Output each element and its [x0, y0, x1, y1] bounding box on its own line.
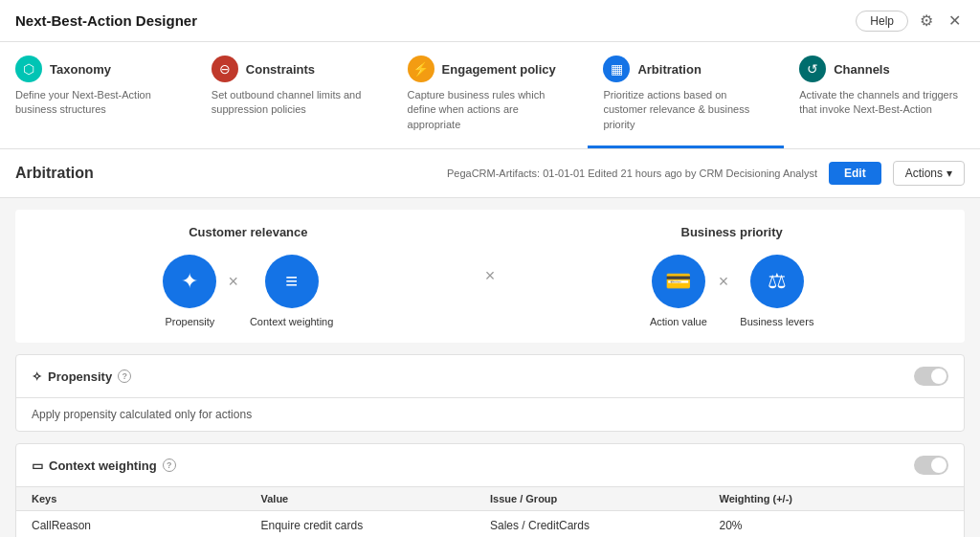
- table-row: CallReason Enquire credit cards Sales / …: [16, 511, 964, 537]
- app-title: Next-Best-Action Designer: [15, 12, 197, 29]
- title-bar: Next-Best-Action Designer Help ⚙ ✕: [0, 0, 980, 42]
- section-title: Arbitration: [15, 165, 94, 182]
- row-value: Enquire credit cards: [261, 519, 491, 532]
- business-priority-label: Business priority: [681, 225, 783, 239]
- channels-title: Channels: [834, 62, 890, 77]
- nav-card-constraints[interactable]: ⊖ Constraints Set outbound channel limit…: [196, 42, 392, 148]
- help-button[interactable]: Help: [856, 11, 908, 32]
- edit-button[interactable]: Edit: [829, 162, 881, 185]
- customer-relevance-group: Customer relevance ✦ Propensity × ≡ Cont…: [31, 225, 466, 327]
- propensity-body: Apply propensity calculated only for act…: [16, 398, 964, 431]
- context-weighting-header: ▭ Context weighting ?: [16, 444, 964, 487]
- chevron-down-icon: ▾: [947, 167, 952, 180]
- propensity-section: ✧ Propensity ? Apply propensity calculat…: [15, 354, 965, 432]
- section-header: Arbitration PegaCRM-Artifacts: 01-01-01 …: [0, 149, 980, 198]
- nav-card-taxonomy[interactable]: ⬡ Taxonomy Define your Next-Best-Action …: [0, 42, 196, 148]
- taxonomy-icon: ⬡: [15, 56, 42, 82]
- row-weighting: 20%: [720, 519, 949, 532]
- business-priority-group: Business priority 💳 Action value × ⚖ Bus…: [514, 225, 949, 327]
- context-weighting-item: ≡ Context weighting: [250, 255, 333, 327]
- propensity-label: Propensity: [165, 316, 214, 327]
- engagement-icon: ⚡: [408, 56, 434, 82]
- formula-items-right: 💳 Action value × ⚖ Business levers: [650, 255, 814, 327]
- multiply-icon-3: ×: [719, 272, 729, 292]
- propensity-item: ✦ Propensity: [163, 255, 216, 327]
- meta-text: PegaCRM-Artifacts: 01-01-01 Edited 21 ho…: [447, 168, 817, 179]
- multiply-icon-1: ×: [228, 272, 238, 292]
- customer-relevance-label: Customer relevance: [189, 225, 307, 239]
- context-weighting-section-title: ▭ Context weighting ?: [32, 459, 176, 473]
- taxonomy-title: Taxonomy: [50, 62, 111, 77]
- section-meta: PegaCRM-Artifacts: 01-01-01 Edited 21 ho…: [447, 161, 965, 186]
- title-bar-actions: Help ⚙ ✕: [856, 10, 965, 32]
- row-issue-group: Sales / CreditCards: [490, 519, 720, 532]
- action-value-label: Action value: [650, 316, 707, 327]
- settings-icon[interactable]: ⚙: [916, 10, 937, 32]
- row-key: CallReason: [32, 519, 261, 532]
- col-keys: Keys: [32, 493, 261, 504]
- arbitration-icon: ▦: [603, 56, 630, 82]
- arbitration-title: Arbitration: [637, 62, 701, 77]
- context-icon: ▭: [32, 459, 43, 473]
- nav-card-engagement[interactable]: ⚡ Engagement policy Capture business rul…: [392, 42, 589, 148]
- propensity-header: ✧ Propensity ?: [16, 355, 964, 398]
- channels-icon: ↺: [799, 56, 826, 82]
- constraints-title: Constraints: [246, 62, 315, 77]
- business-levers-label: Business levers: [740, 316, 813, 327]
- actions-button[interactable]: Actions ▾: [893, 161, 965, 186]
- context-weighting-toggle[interactable]: [914, 456, 948, 475]
- col-value: Value: [261, 493, 491, 504]
- context-weighting-circle: ≡: [265, 255, 319, 308]
- main-content: Arbitration PegaCRM-Artifacts: 01-01-01 …: [0, 149, 980, 537]
- engagement-title: Engagement policy: [442, 62, 556, 77]
- propensity-section-title: ✧ Propensity ?: [32, 369, 131, 384]
- col-issue-group: Issue / Group: [490, 493, 720, 504]
- table-col-headers: Keys Value Issue / Group Weighting (+/-): [16, 487, 964, 511]
- formula-items-left: ✦ Propensity × ≡ Context weighting: [163, 255, 333, 327]
- nav-card-arbitration[interactable]: ▦ Arbitration Prioritize actions based o…: [588, 42, 784, 148]
- action-value-item: 💳 Action value: [650, 255, 707, 327]
- sparkle-icon: ✧: [32, 369, 42, 384]
- nav-card-channels[interactable]: ↺ Channels Activate the channels and tri…: [784, 42, 980, 148]
- multiply-icon-2: ×: [485, 266, 496, 286]
- constraints-desc: Set outbound channel limits and suppress…: [212, 88, 377, 118]
- close-icon[interactable]: ✕: [945, 10, 965, 32]
- taxonomy-desc: Define your Next-Best-Action business st…: [15, 88, 181, 118]
- propensity-info-icon[interactable]: ?: [118, 369, 131, 383]
- context-weighting-info-icon[interactable]: ?: [163, 459, 176, 472]
- business-levers-item: ⚖ Business levers: [740, 255, 813, 327]
- arbitration-desc: Prioritize actions based on customer rel…: [603, 88, 768, 132]
- action-value-circle: 💳: [652, 255, 705, 308]
- formula-area: Customer relevance ✦ Propensity × ≡ Cont…: [15, 210, 965, 343]
- business-levers-circle: ⚖: [750, 255, 804, 308]
- propensity-circle: ✦: [163, 255, 216, 308]
- constraints-icon: ⊖: [212, 56, 238, 82]
- context-weighting-label: Context weighting: [250, 316, 333, 327]
- col-weighting: Weighting (+/-): [720, 493, 949, 504]
- channels-desc: Activate the channels and triggers that …: [799, 88, 965, 118]
- context-weighting-section: ▭ Context weighting ? Keys Value Issue /…: [15, 443, 965, 537]
- engagement-desc: Capture business rules which define when…: [408, 88, 573, 132]
- propensity-toggle[interactable]: [914, 367, 948, 386]
- nav-cards: ⬡ Taxonomy Define your Next-Best-Action …: [0, 42, 980, 149]
